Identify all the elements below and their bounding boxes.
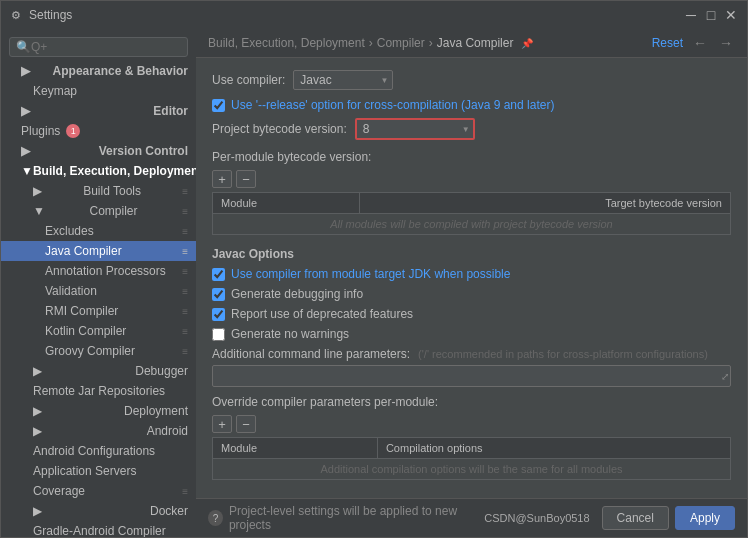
cb3-checkbox[interactable] bbox=[212, 308, 225, 321]
title-bar-title: ⚙ Settings bbox=[9, 8, 683, 22]
bytecode-select-wrapper: 8 9 11 17 bbox=[355, 118, 475, 140]
bottom-info: ? Project-level settings will be applied… bbox=[208, 504, 484, 532]
apply-button[interactable]: Apply bbox=[675, 506, 735, 530]
settings-icon: ≡ bbox=[182, 246, 188, 257]
settings-icon: ≡ bbox=[182, 326, 188, 337]
sidebar-item-annotation-processors[interactable]: Annotation Processors ≡ bbox=[1, 261, 196, 281]
sidebar-item-debugger[interactable]: ▶ Debugger bbox=[1, 361, 196, 381]
forward-button[interactable]: → bbox=[717, 35, 735, 51]
info-text: Project-level settings will be applied t… bbox=[229, 504, 484, 532]
compiler-select[interactable]: Javac Eclipse Ajc bbox=[293, 70, 393, 90]
plugins-badge: 1 bbox=[66, 124, 80, 138]
sidebar-item-java-compiler[interactable]: Java Compiler ≡ bbox=[1, 241, 196, 261]
sidebar-item-docker[interactable]: ▶ Docker bbox=[1, 501, 196, 521]
app-icon: ⚙ bbox=[9, 8, 23, 22]
cross-compile-row: Use '--release' option for cross-compila… bbox=[212, 98, 731, 112]
main-header: Build, Execution, Deployment › Compiler … bbox=[196, 29, 747, 58]
cb4-checkbox[interactable] bbox=[212, 328, 225, 341]
window-title: Settings bbox=[29, 8, 72, 22]
sidebar-item-kotlin-compiler[interactable]: Kotlin Compiler ≡ bbox=[1, 321, 196, 341]
sidebar-item-plugins[interactable]: Plugins 1 bbox=[1, 121, 196, 141]
main-content-area: 🔍 ▶ Appearance & Behavior Keymap ▶ Edito… bbox=[1, 29, 747, 537]
sidebar-item-build-tools[interactable]: ▶ Build Tools ≡ bbox=[1, 181, 196, 201]
title-bar-controls: ─ □ ✕ bbox=[683, 7, 739, 23]
arrow-icon: ▶ bbox=[21, 144, 30, 158]
bottom-right: CSDN@SunBoy0518 Cancel Apply bbox=[484, 506, 735, 530]
add-module-button[interactable]: + bbox=[212, 170, 232, 188]
cb2-checkbox[interactable] bbox=[212, 288, 225, 301]
sidebar-item-coverage[interactable]: Coverage ≡ bbox=[1, 481, 196, 501]
bytecode-select[interactable]: 8 9 11 17 bbox=[355, 118, 475, 140]
main-content: Use compiler: Javac Eclipse Ajc Use '--r… bbox=[196, 58, 747, 498]
remove-module-button[interactable]: − bbox=[236, 170, 256, 188]
col-module: Module bbox=[213, 193, 360, 214]
minimize-button[interactable]: ─ bbox=[683, 7, 699, 23]
title-bar: ⚙ Settings ─ □ ✕ bbox=[1, 1, 747, 29]
override-label: Override compiler parameters per-module: bbox=[212, 395, 731, 409]
sidebar-item-appearance[interactable]: ▶ Appearance & Behavior bbox=[1, 61, 196, 81]
sidebar: 🔍 ▶ Appearance & Behavior Keymap ▶ Edito… bbox=[1, 29, 196, 537]
bottom-bar: ? Project-level settings will be applied… bbox=[196, 498, 747, 537]
cb2-row: Generate debugging info bbox=[212, 287, 731, 301]
sidebar-item-build-exec-deploy[interactable]: ▼ Build, Execution, Deployment bbox=[1, 161, 196, 181]
maximize-button[interactable]: □ bbox=[703, 7, 719, 23]
additional-params-label: Additional command line parameters: bbox=[212, 347, 410, 361]
sidebar-item-app-servers[interactable]: Application Servers bbox=[1, 461, 196, 481]
sidebar-item-remote-jar[interactable]: Remote Jar Repositories bbox=[1, 381, 196, 401]
back-button[interactable]: ← bbox=[691, 35, 709, 51]
cross-compile-checkbox[interactable] bbox=[212, 99, 225, 112]
breadcrumb-part-1: Build, Execution, Deployment bbox=[208, 36, 365, 50]
add-override-button[interactable]: + bbox=[212, 415, 232, 433]
main-panel: Build, Execution, Deployment › Compiler … bbox=[196, 29, 747, 537]
override-table: Module Compilation options Additional co… bbox=[212, 437, 731, 480]
breadcrumb-current: Java Compiler bbox=[437, 36, 514, 50]
cb1-row: Use compiler from module target JDK when… bbox=[212, 267, 731, 281]
per-module-label: Per-module bytecode version: bbox=[212, 150, 731, 164]
additional-params-input[interactable] bbox=[212, 365, 731, 387]
search-input[interactable] bbox=[31, 40, 181, 54]
settings-icon: ≡ bbox=[182, 186, 188, 197]
arrow-icon: ▶ bbox=[33, 504, 42, 518]
remove-override-button[interactable]: − bbox=[236, 415, 256, 433]
sidebar-item-keymap[interactable]: Keymap bbox=[1, 81, 196, 101]
override-section: Override compiler parameters per-module:… bbox=[212, 395, 731, 480]
bytecode-label: Project bytecode version: bbox=[212, 122, 347, 136]
sidebar-item-deployment[interactable]: ▶ Deployment bbox=[1, 401, 196, 421]
sidebar-item-validation[interactable]: Validation ≡ bbox=[1, 281, 196, 301]
info-icon: ? bbox=[208, 510, 223, 526]
close-button[interactable]: ✕ bbox=[723, 7, 739, 23]
cancel-button[interactable]: Cancel bbox=[602, 506, 669, 530]
sidebar-item-groovy-compiler[interactable]: Groovy Compiler ≡ bbox=[1, 341, 196, 361]
additional-params-row: Additional command line parameters: ('/'… bbox=[212, 347, 731, 387]
cross-compile-label: Use '--release' option for cross-compila… bbox=[231, 98, 554, 112]
search-box[interactable]: 🔍 bbox=[9, 37, 188, 57]
breadcrumb-part-2: Compiler bbox=[377, 36, 425, 50]
override-empty-message: Additional compilation options will be t… bbox=[213, 459, 731, 480]
breadcrumb-sep-2: › bbox=[429, 36, 433, 50]
bottom-buttons: Cancel Apply bbox=[602, 506, 735, 530]
sidebar-item-android[interactable]: ▶ Android bbox=[1, 421, 196, 441]
sidebar-item-gradle-android[interactable]: Gradle-Android Compiler bbox=[1, 521, 196, 537]
sidebar-item-editor[interactable]: ▶ Editor bbox=[1, 101, 196, 121]
cb2-label: Generate debugging info bbox=[231, 287, 363, 301]
sidebar-item-excludes[interactable]: Excludes ≡ bbox=[1, 221, 196, 241]
sidebar-item-version-control[interactable]: ▶ Version Control bbox=[1, 141, 196, 161]
settings-icon: ≡ bbox=[182, 266, 188, 277]
sidebar-item-compiler[interactable]: ▼ Compiler ≡ bbox=[1, 201, 196, 221]
settings-window: ⚙ Settings ─ □ ✕ 🔍 ▶ Appearance & Behavi… bbox=[0, 0, 748, 538]
arrow-icon: ▼ bbox=[33, 204, 45, 218]
cb1-checkbox[interactable] bbox=[212, 268, 225, 281]
settings-icon: ≡ bbox=[182, 206, 188, 217]
settings-icon: ≡ bbox=[182, 346, 188, 357]
options-section: Use compiler from module target JDK when… bbox=[212, 267, 731, 341]
arrow-icon: ▶ bbox=[33, 184, 42, 198]
additional-params-hint: ('/' recommended in paths for cross-plat… bbox=[418, 348, 708, 360]
reset-link[interactable]: Reset bbox=[652, 36, 683, 50]
expand-input-button[interactable]: ⤢ bbox=[721, 371, 729, 382]
sidebar-item-rmi-compiler[interactable]: RMI Compiler ≡ bbox=[1, 301, 196, 321]
arrow-icon: ▼ bbox=[21, 164, 33, 178]
table-empty-message: All modules will be compiled with projec… bbox=[213, 214, 731, 235]
settings-icon: ≡ bbox=[182, 286, 188, 297]
sidebar-item-android-configs[interactable]: Android Configurations bbox=[1, 441, 196, 461]
header-actions: Reset ← → bbox=[652, 35, 735, 51]
